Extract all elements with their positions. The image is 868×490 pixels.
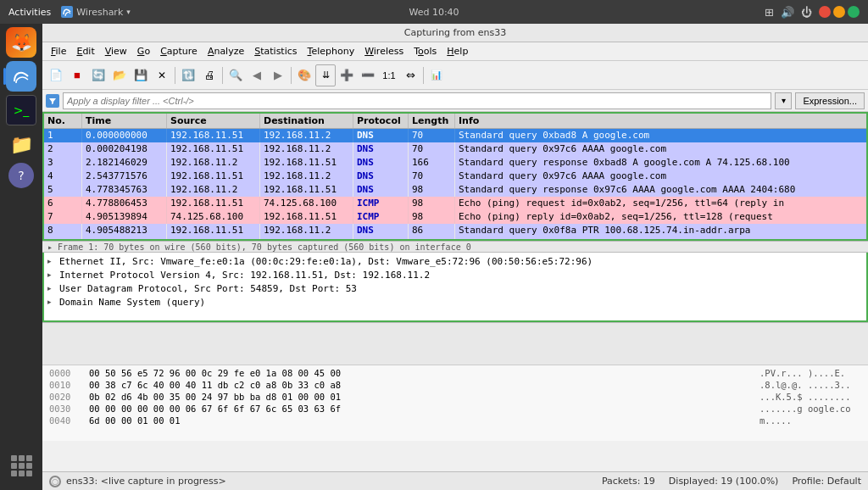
grid-dot bbox=[26, 455, 32, 461]
sidebar-icon-wireshark[interactable] bbox=[6, 61, 36, 92]
sidebar-icon-help[interactable]: ? bbox=[8, 163, 34, 188]
toolbar-autoscroll-button[interactable]: ⇊ bbox=[315, 64, 336, 86]
app-menu-label: Wireshark bbox=[76, 7, 123, 18]
menu-help[interactable]: Help bbox=[442, 44, 473, 58]
toolbar-forward-button[interactable]: ▶ bbox=[268, 64, 288, 86]
toolbar-zoom-out-button[interactable]: ➖ bbox=[358, 64, 378, 86]
table-row[interactable]: 1 0.000000000 192.168.11.51 192.168.11.2… bbox=[44, 129, 866, 142]
cell-proto: DNS bbox=[353, 142, 409, 156]
frame-separator: ▸ Frame 1: 70 bytes on wire (560 bits), … bbox=[42, 241, 868, 253]
col-no[interactable]: No. bbox=[44, 114, 82, 128]
cell-src: 192.168.11.51 bbox=[167, 142, 260, 156]
detail-row-ethernet[interactable]: ▸ Ethernet II, Src: Vmware_fe:e0:1a (00:… bbox=[44, 254, 866, 268]
menu-wireless[interactable]: Wireless bbox=[359, 44, 409, 58]
packets-count: Packets: 19 bbox=[602, 476, 655, 487]
capture-status: ens33: <live capture in progress> bbox=[66, 476, 226, 487]
table-row[interactable]: 3 2.182146029 192.168.11.2 192.168.11.51… bbox=[44, 156, 866, 170]
detail-row-udp[interactable]: ▸ User Datagram Protocol, Src Port: 5485… bbox=[44, 281, 866, 295]
cell-info: Standard query 0x97c6 AAAA google.com bbox=[455, 170, 866, 183]
sidebar-icon-files[interactable]: 📁 bbox=[6, 129, 36, 159]
toolbar-print-button[interactable]: 🖨 bbox=[199, 64, 220, 86]
toolbar-colorize-button[interactable]: 🎨 bbox=[294, 64, 314, 86]
menu-analyze[interactable]: Analyze bbox=[203, 44, 249, 58]
toolbar-save-button[interactable]: 💾 bbox=[131, 64, 151, 86]
detail-row-ip[interactable]: ▸ Internet Protocol Version 4, Src: 192.… bbox=[44, 268, 866, 281]
menu-tools[interactable]: Tools bbox=[409, 44, 442, 58]
hex-offset: 0020 bbox=[49, 392, 79, 402]
cell-src: 74.125.68.100 bbox=[167, 210, 260, 224]
status-bar: ○ ens33: <live capture in progress> Pack… bbox=[42, 471, 868, 490]
toolbar-open-button[interactable]: 📂 bbox=[109, 64, 130, 86]
cell-proto: DNS bbox=[353, 156, 409, 170]
col-protocol[interactable]: Protocol bbox=[353, 114, 409, 128]
toolbar-restart-button[interactable]: 🔄 bbox=[88, 64, 108, 86]
cell-src: 192.168.11.2 bbox=[167, 156, 260, 170]
menu-bar: File Edit View Go Capture Analyze Statis… bbox=[42, 42, 868, 61]
table-row[interactable]: 2 0.000204198 192.168.11.51 192.168.11.2… bbox=[44, 142, 866, 156]
hex-dump: 0000 00 50 56 e5 72 96 00 0c 29 fe e0 1a… bbox=[42, 365, 868, 441]
filter-dropdown-button[interactable]: ▾ bbox=[775, 92, 792, 109]
power-icon[interactable]: ⏻ bbox=[801, 6, 812, 19]
menu-capture[interactable]: Capture bbox=[155, 44, 203, 58]
toolbar-find-button[interactable]: 🔍 bbox=[225, 64, 246, 86]
col-length[interactable]: Length bbox=[409, 114, 455, 128]
menu-telephony[interactable]: Telephony bbox=[303, 44, 360, 58]
grid-dot bbox=[11, 471, 17, 476]
table-row[interactable]: 4 2.543771576 192.168.11.51 192.168.11.2… bbox=[44, 170, 866, 183]
toolbar-graph-button[interactable]: 📊 bbox=[426, 64, 447, 86]
menu-go[interactable]: Go bbox=[132, 44, 155, 58]
packet-list-container: No. Time Source Destination Protocol Len… bbox=[42, 112, 868, 241]
cell-no: 6 bbox=[44, 197, 82, 210]
table-row[interactable]: 6 4.778806453 192.168.11.51 74.125.68.10… bbox=[44, 197, 866, 210]
hex-row-0040: 0040 6d 00 00 01 00 01 m..... bbox=[49, 415, 861, 426]
hex-row-0000: 0000 00 50 56 e5 72 96 00 0c 29 fe e0 1a… bbox=[49, 367, 861, 379]
menu-statistics[interactable]: Statistics bbox=[249, 44, 302, 58]
table-row[interactable]: 5 4.778345763 192.168.11.2 192.168.11.51… bbox=[44, 183, 866, 197]
filter-input[interactable] bbox=[63, 92, 771, 109]
toolbar-back-button[interactable]: ◀ bbox=[247, 64, 267, 86]
table-row[interactable]: 8 4.905488213 192.168.11.51 192.168.11.2… bbox=[44, 224, 866, 237]
sidebar-icon-terminal[interactable]: >_ bbox=[6, 95, 36, 125]
profile-label: Profile: Default bbox=[792, 476, 861, 487]
maximize-button[interactable] bbox=[848, 6, 860, 18]
cell-len: 98 bbox=[409, 197, 455, 210]
toolbar-stop-button[interactable]: ■ bbox=[67, 64, 87, 86]
toolbar-reload-button[interactable]: 🔃 bbox=[178, 64, 198, 86]
menu-view[interactable]: View bbox=[100, 44, 132, 58]
cell-len: 98 bbox=[409, 210, 455, 224]
toolbar-zoom-in-button[interactable]: ➕ bbox=[337, 64, 357, 86]
monitor-icon: ⊞ bbox=[765, 6, 774, 19]
table-row[interactable]: 7 4.905139894 74.125.68.100 192.168.11.5… bbox=[44, 210, 866, 224]
activities-button[interactable]: Activities bbox=[8, 7, 51, 18]
col-destination[interactable]: Destination bbox=[260, 114, 353, 128]
cell-no: 1 bbox=[44, 129, 82, 142]
cell-time: 4.905139894 bbox=[82, 210, 167, 224]
app-menu[interactable]: Wireshark ▾ bbox=[61, 6, 131, 18]
app-grid-button[interactable] bbox=[8, 452, 36, 487]
col-info[interactable]: Info bbox=[455, 114, 866, 128]
menu-file[interactable]: File bbox=[46, 44, 71, 58]
packet-list-header: No. Time Source Destination Protocol Len… bbox=[44, 114, 866, 129]
window-controls[interactable] bbox=[819, 6, 860, 18]
toolbar-zoom-normal-button[interactable]: 1:1 bbox=[379, 64, 399, 86]
toolbar-resize-button[interactable]: ⇔ bbox=[400, 64, 420, 86]
close-button[interactable] bbox=[819, 6, 831, 18]
cell-dst: 74.125.68.100 bbox=[260, 197, 353, 210]
hex-row-0020: 0020 0b 02 d6 4b 00 35 00 24 97 bb ba d8… bbox=[49, 391, 861, 403]
toolbar-new-button[interactable]: 📄 bbox=[46, 64, 66, 86]
detail-row-dns[interactable]: ▸ Domain Name System (query) bbox=[44, 295, 866, 309]
title-bar: Capturing from ens33 bbox=[42, 24, 868, 42]
ready-icon: ○ bbox=[49, 476, 61, 487]
sidebar-icon-firefox[interactable]: 🦊 bbox=[6, 27, 36, 58]
expression-button[interactable]: Expression... bbox=[795, 92, 865, 109]
hex-bytes: 00 00 00 00 00 00 06 67 6f 6f 67 6c 65 0… bbox=[89, 404, 749, 414]
col-source[interactable]: Source bbox=[167, 114, 260, 128]
status-left: ○ ens33: <live capture in progress> bbox=[49, 476, 226, 487]
detail-arrow: ▸ bbox=[47, 270, 58, 279]
cell-dst: 192.168.11.51 bbox=[260, 210, 353, 224]
toolbar-close-button[interactable]: ✕ bbox=[152, 64, 172, 86]
minimize-button[interactable] bbox=[833, 6, 845, 18]
col-time[interactable]: Time bbox=[82, 114, 167, 128]
menu-edit[interactable]: Edit bbox=[71, 44, 99, 58]
cell-proto: DNS bbox=[353, 183, 409, 197]
